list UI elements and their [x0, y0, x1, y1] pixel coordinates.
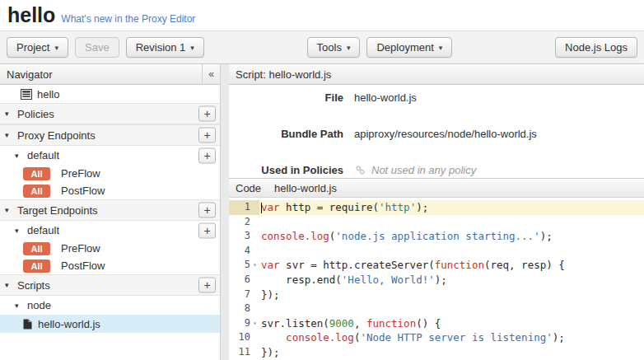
nav-item-label: hello-world.js — [38, 318, 100, 330]
nav-section-target-endpoints[interactable]: ▾Target Endpoints+ — [0, 199, 220, 221]
expand-triangle-icon[interactable]: ▾ — [5, 131, 12, 139]
field-value: apiproxy/resources/node/hello-world.js — [354, 128, 537, 140]
navigator-header: Navigator « — [0, 64, 220, 85]
add-button[interactable]: + — [198, 203, 216, 218]
detail-row-file: Filehello-world.js — [229, 91, 644, 104]
nav-flow-postflow[interactable]: AllPostFlow — [0, 182, 220, 199]
deployment-menu-button[interactable]: Deployment ▾ — [366, 37, 452, 58]
code-text — [259, 215, 644, 230]
nav-item-label: default — [27, 149, 59, 161]
nav-group-default[interactable]: ▾default+ — [0, 221, 220, 240]
code-line-8[interactable]: 8 — [229, 302, 644, 316]
code-token: ); — [416, 201, 428, 213]
panel-splitter[interactable] — [221, 64, 229, 360]
fold-gutter — [250, 244, 259, 259]
nav-item-label: PostFlow — [61, 259, 105, 272]
code-token: () { — [416, 317, 441, 330]
page-title: hello — [7, 3, 55, 27]
nav-item-label: PostFlow — [61, 185, 105, 197]
line-number: 9 — [229, 316, 250, 331]
field-value-text: apiproxy/resources/node/hello-world.js — [354, 128, 537, 140]
expand-triangle-icon[interactable]: ▾ — [15, 152, 22, 160]
code-token: console.log — [286, 331, 354, 344]
expand-triangle-icon[interactable]: ▾ — [5, 206, 12, 214]
add-button[interactable]: + — [198, 278, 216, 293]
script-details: Filehello-world.jsBundle Pathapiproxy/re… — [229, 85, 644, 179]
code-text — [259, 302, 644, 316]
button-label: Project — [16, 41, 49, 54]
code-token: function — [435, 259, 484, 271]
field-value-text: Not used in any policy — [371, 164, 476, 176]
caret-down-icon: ▾ — [190, 44, 194, 52]
code-token: svr = http.createServer( — [280, 259, 435, 271]
code-token: , — [354, 317, 366, 330]
revision-menu-button[interactable]: Revision 1 ▾ — [126, 37, 204, 58]
whats-new-link[interactable]: What's new in the Proxy Editor — [61, 13, 195, 25]
nodejs-logs-button[interactable]: Node.js Logs — [555, 37, 637, 58]
line-number: 1 — [229, 200, 250, 215]
code-line-3[interactable]: 3console.log('node.js application starti… — [229, 229, 644, 244]
nav-group-node[interactable]: ▾node — [0, 296, 220, 315]
save-button[interactable]: Save — [75, 37, 119, 58]
code-line-5[interactable]: 5▾var svr = http.createServer(function(r… — [229, 258, 644, 273]
nav-flow-preflow[interactable]: AllPreFlow — [0, 240, 220, 257]
code-tab-label: Code — [236, 182, 261, 194]
flow-all-badge: All — [23, 259, 50, 273]
fold-gutter — [250, 345, 259, 360]
code-line-11[interactable]: 11}); — [229, 345, 644, 360]
fold-toggle-icon[interactable]: ▾ — [250, 258, 259, 273]
code-line-9[interactable]: 9▾svr.listen(9000, function() { — [229, 316, 644, 331]
field-label: File — [229, 91, 343, 104]
field-value: hello-world.js — [354, 91, 417, 104]
line-number: 7 — [229, 288, 250, 302]
code-token: ); — [540, 230, 553, 242]
code-text — [259, 244, 644, 259]
expand-triangle-icon[interactable]: ▾ — [5, 281, 12, 289]
button-label: Deployment — [376, 41, 433, 54]
code-line-10[interactable]: 10 console.log('Node HTTP server is list… — [229, 330, 644, 345]
nav-flow-preflow[interactable]: AllPreFlow — [0, 165, 220, 182]
code-token: 'node.js application starting...' — [335, 230, 539, 242]
code-token — [261, 331, 286, 344]
expand-triangle-icon[interactable]: ▾ — [15, 302, 22, 310]
fold-gutter — [250, 215, 259, 230]
flow-all-badge: All — [23, 242, 50, 255]
add-button[interactable]: + — [198, 128, 216, 143]
project-menu-button[interactable]: Project ▾ — [7, 37, 68, 58]
expand-triangle-icon[interactable]: ▾ — [15, 227, 22, 235]
fold-gutter — [250, 302, 259, 316]
button-label: Save — [85, 41, 110, 54]
nav-item-label: default — [27, 224, 59, 236]
line-number: 10 — [229, 330, 250, 345]
nav-file-hello-world-js[interactable]: hello-world.js — [0, 315, 220, 333]
add-button[interactable]: + — [198, 106, 216, 122]
add-button[interactable]: + — [198, 222, 216, 238]
code-text: }); — [259, 288, 644, 302]
code-line-2[interactable]: 2 — [229, 215, 644, 230]
nav-flow-postflow[interactable]: AllPostFlow — [0, 257, 220, 274]
code-line-7[interactable]: 7}); — [229, 288, 644, 302]
add-button[interactable]: + — [198, 147, 216, 163]
nav-group-default[interactable]: ▾default+ — [0, 146, 220, 165]
code-text: var http = require('http'); — [259, 200, 644, 215]
nav-item-label: Scripts — [17, 279, 50, 292]
fold-toggle-icon[interactable]: ▾ — [250, 316, 259, 331]
nav-section-proxy-endpoints[interactable]: ▾Proxy Endpoints+ — [0, 124, 220, 146]
code-text: var svr = http.createServer(function(req… — [259, 258, 644, 273]
field-value: Not used in any policy — [354, 164, 476, 176]
nav-section-policies[interactable]: ▾Policies+ — [0, 103, 220, 124]
code-line-1[interactable]: 1var http = require('http'); — [229, 200, 644, 215]
nav-proxy-root-hello[interactable]: hello — [0, 85, 220, 103]
expand-triangle-icon[interactable]: ▾ — [5, 110, 12, 118]
nav-section-scripts[interactable]: ▾Scripts+ — [0, 274, 220, 296]
code-editor[interactable]: 1var http = require('http');23console.lo… — [229, 198, 644, 360]
tools-menu-button[interactable]: Tools ▾ — [307, 37, 361, 58]
navigator-panel: Navigator « hello▾Policies+▾Proxy Endpoi… — [0, 64, 221, 360]
nav-item-label: Proxy Endpoints — [17, 129, 96, 142]
detail-row-used-in-policies: Used in PoliciesNot used in any policy — [229, 164, 644, 176]
code-line-4[interactable]: 4 — [229, 244, 644, 259]
toolbar: Project ▾ Save Revision 1 ▾ Tools ▾ Depl… — [0, 31, 644, 64]
nav-item-label: Policies — [17, 108, 54, 120]
collapse-navigator-button[interactable]: « — [202, 64, 220, 84]
code-line-6[interactable]: 6 resp.end('Hello, World!'); — [229, 273, 644, 288]
